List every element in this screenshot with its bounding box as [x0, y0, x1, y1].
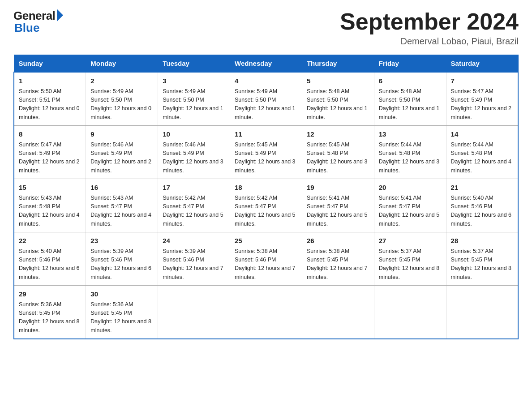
day-info: Sunrise: 5:42 AMSunset: 5:47 PMDaylight:… — [163, 194, 225, 229]
day-number: 17 — [163, 183, 225, 193]
day-number: 15 — [19, 183, 81, 193]
day-info: Sunrise: 5:40 AMSunset: 5:46 PMDaylight:… — [19, 247, 81, 282]
day-cell-9: 9Sunrise: 5:46 AMSunset: 5:49 PMDaylight… — [86, 126, 158, 179]
day-info: Sunrise: 5:45 AMSunset: 5:49 PMDaylight:… — [235, 141, 297, 176]
day-number: 7 — [451, 76, 513, 86]
day-info: Sunrise: 5:42 AMSunset: 5:47 PMDaylight:… — [235, 194, 297, 229]
calendar-table: SundayMondayTuesdayWednesdayThursdayFrid… — [13, 55, 519, 339]
day-cell-7: 7Sunrise: 5:47 AMSunset: 5:49 PMDaylight… — [446, 72, 518, 126]
month-title: September 2024 — [340, 9, 519, 34]
day-cell-3: 3Sunrise: 5:49 AMSunset: 5:50 PMDaylight… — [158, 72, 230, 126]
day-cell-24: 24Sunrise: 5:39 AMSunset: 5:46 PMDayligh… — [158, 232, 230, 286]
day-info: Sunrise: 5:49 AMSunset: 5:50 PMDaylight:… — [163, 87, 225, 122]
day-number: 13 — [379, 129, 442, 140]
day-number: 8 — [19, 129, 81, 140]
empty-cell — [158, 286, 230, 339]
empty-cell — [302, 286, 374, 339]
day-number: 25 — [235, 236, 297, 246]
day-cell-15: 15Sunrise: 5:43 AMSunset: 5:48 PMDayligh… — [14, 179, 86, 232]
day-cell-27: 27Sunrise: 5:37 AMSunset: 5:45 PMDayligh… — [374, 232, 446, 286]
day-number: 27 — [379, 236, 442, 246]
day-info: Sunrise: 5:47 AMSunset: 5:49 PMDaylight:… — [19, 141, 81, 176]
day-cell-21: 21Sunrise: 5:40 AMSunset: 5:46 PMDayligh… — [446, 179, 518, 232]
title-area: September 2024 Demerval Lobao, Piaui, Br… — [340, 9, 519, 47]
day-cell-8: 8Sunrise: 5:47 AMSunset: 5:49 PMDaylight… — [14, 126, 86, 179]
empty-cell — [374, 286, 446, 339]
day-info: Sunrise: 5:36 AMSunset: 5:45 PMDaylight:… — [19, 300, 81, 335]
location-text: Demerval Lobao, Piaui, Brazil — [340, 36, 519, 47]
day-info: Sunrise: 5:46 AMSunset: 5:49 PMDaylight:… — [90, 141, 153, 176]
day-number: 1 — [19, 76, 81, 86]
day-info: Sunrise: 5:40 AMSunset: 5:46 PMDaylight:… — [451, 194, 513, 229]
logo: General Blue — [13, 9, 63, 35]
day-cell-18: 18Sunrise: 5:42 AMSunset: 5:47 PMDayligh… — [230, 179, 302, 232]
day-info: Sunrise: 5:50 AMSunset: 5:51 PMDaylight:… — [19, 87, 81, 122]
day-cell-13: 13Sunrise: 5:44 AMSunset: 5:48 PMDayligh… — [374, 126, 446, 179]
header-cell-sunday: Sunday — [14, 55, 86, 73]
header-cell-friday: Friday — [374, 55, 446, 73]
day-number: 12 — [307, 129, 369, 140]
day-info: Sunrise: 5:45 AMSunset: 5:48 PMDaylight:… — [307, 141, 369, 176]
empty-cell — [446, 286, 518, 339]
day-cell-19: 19Sunrise: 5:41 AMSunset: 5:47 PMDayligh… — [302, 179, 374, 232]
day-cell-16: 16Sunrise: 5:43 AMSunset: 5:47 PMDayligh… — [86, 179, 158, 232]
day-number: 28 — [451, 236, 513, 246]
day-number: 14 — [451, 129, 513, 140]
empty-cell — [230, 286, 302, 339]
header-cell-monday: Monday — [86, 55, 158, 73]
day-cell-10: 10Sunrise: 5:46 AMSunset: 5:49 PMDayligh… — [158, 126, 230, 179]
logo-arrow-icon — [57, 9, 63, 21]
day-cell-1: 1Sunrise: 5:50 AMSunset: 5:51 PMDaylight… — [14, 72, 86, 126]
day-info: Sunrise: 5:47 AMSunset: 5:49 PMDaylight:… — [451, 87, 513, 122]
week-row-3: 15Sunrise: 5:43 AMSunset: 5:48 PMDayligh… — [14, 179, 518, 232]
week-row-4: 22Sunrise: 5:40 AMSunset: 5:46 PMDayligh… — [14, 232, 518, 286]
day-info: Sunrise: 5:49 AMSunset: 5:50 PMDaylight:… — [235, 87, 297, 122]
week-row-2: 8Sunrise: 5:47 AMSunset: 5:49 PMDaylight… — [14, 126, 518, 179]
day-number: 9 — [90, 129, 153, 140]
header-cell-wednesday: Wednesday — [230, 55, 302, 73]
day-number: 20 — [379, 183, 442, 193]
day-cell-30: 30Sunrise: 5:36 AMSunset: 5:45 PMDayligh… — [86, 286, 158, 339]
day-number: 5 — [307, 76, 369, 86]
day-info: Sunrise: 5:44 AMSunset: 5:48 PMDaylight:… — [451, 141, 513, 176]
day-number: 24 — [163, 236, 225, 246]
day-info: Sunrise: 5:46 AMSunset: 5:49 PMDaylight:… — [163, 141, 225, 176]
day-number: 16 — [90, 183, 153, 193]
day-info: Sunrise: 5:39 AMSunset: 5:46 PMDaylight:… — [163, 247, 225, 282]
day-cell-25: 25Sunrise: 5:38 AMSunset: 5:46 PMDayligh… — [230, 232, 302, 286]
day-number: 18 — [235, 183, 297, 193]
day-info: Sunrise: 5:49 AMSunset: 5:50 PMDaylight:… — [90, 87, 153, 122]
day-number: 19 — [307, 183, 369, 193]
day-number: 21 — [451, 183, 513, 193]
day-cell-14: 14Sunrise: 5:44 AMSunset: 5:48 PMDayligh… — [446, 126, 518, 179]
day-number: 11 — [235, 129, 297, 140]
day-cell-6: 6Sunrise: 5:48 AMSunset: 5:50 PMDaylight… — [374, 72, 446, 126]
day-info: Sunrise: 5:38 AMSunset: 5:46 PMDaylight:… — [235, 247, 297, 282]
day-info: Sunrise: 5:43 AMSunset: 5:47 PMDaylight:… — [90, 194, 153, 229]
header-cell-thursday: Thursday — [302, 55, 374, 73]
day-cell-22: 22Sunrise: 5:40 AMSunset: 5:46 PMDayligh… — [14, 232, 86, 286]
day-number: 4 — [235, 76, 297, 86]
day-number: 26 — [307, 236, 369, 246]
day-number: 10 — [163, 129, 225, 140]
day-cell-5: 5Sunrise: 5:48 AMSunset: 5:50 PMDaylight… — [302, 72, 374, 126]
day-cell-23: 23Sunrise: 5:39 AMSunset: 5:46 PMDayligh… — [86, 232, 158, 286]
week-row-5: 29Sunrise: 5:36 AMSunset: 5:45 PMDayligh… — [14, 286, 518, 339]
day-cell-26: 26Sunrise: 5:38 AMSunset: 5:45 PMDayligh… — [302, 232, 374, 286]
day-info: Sunrise: 5:48 AMSunset: 5:50 PMDaylight:… — [379, 87, 442, 122]
day-number: 6 — [379, 76, 442, 86]
day-info: Sunrise: 5:44 AMSunset: 5:48 PMDaylight:… — [379, 141, 442, 176]
day-number: 2 — [90, 76, 153, 86]
day-cell-17: 17Sunrise: 5:42 AMSunset: 5:47 PMDayligh… — [158, 179, 230, 232]
day-cell-4: 4Sunrise: 5:49 AMSunset: 5:50 PMDaylight… — [230, 72, 302, 126]
day-cell-2: 2Sunrise: 5:49 AMSunset: 5:50 PMDaylight… — [86, 72, 158, 126]
day-number: 30 — [90, 289, 153, 300]
week-row-1: 1Sunrise: 5:50 AMSunset: 5:51 PMDaylight… — [14, 72, 518, 126]
day-cell-29: 29Sunrise: 5:36 AMSunset: 5:45 PMDayligh… — [14, 286, 86, 339]
day-number: 29 — [19, 289, 81, 300]
day-info: Sunrise: 5:48 AMSunset: 5:50 PMDaylight:… — [307, 87, 369, 122]
day-cell-12: 12Sunrise: 5:45 AMSunset: 5:48 PMDayligh… — [302, 126, 374, 179]
day-info: Sunrise: 5:39 AMSunset: 5:46 PMDaylight:… — [90, 247, 153, 282]
day-number: 3 — [163, 76, 225, 86]
day-cell-28: 28Sunrise: 5:37 AMSunset: 5:45 PMDayligh… — [446, 232, 518, 286]
